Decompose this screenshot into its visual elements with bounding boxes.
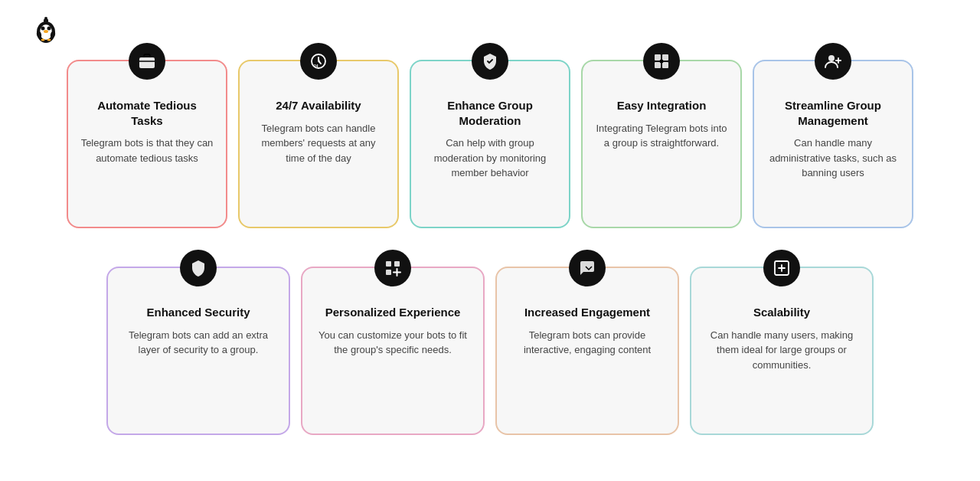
- desc-personalized: You can customize your bots to fit the g…: [315, 328, 471, 358]
- icon-streamline: [815, 43, 851, 80]
- title-security: Enhanced Security: [146, 305, 250, 320]
- card-integration: Easy IntegrationIntegrating Telegram bot…: [581, 60, 742, 228]
- card-automate: Automate Tedious TasksTelegram bots is t…: [67, 60, 227, 228]
- title-personalized: Personalized Experience: [325, 305, 461, 320]
- svg-rect-15: [655, 54, 661, 61]
- icon-engagement: [569, 250, 606, 286]
- page: Automate Tedious TasksTelegram bots is t…: [0, 0, 980, 481]
- desc-moderation: Can help with group moderation by monito…: [423, 136, 557, 181]
- svg-rect-24: [394, 261, 400, 267]
- card-personalized: Personalized ExperienceYou can customize…: [301, 267, 485, 435]
- title-automate: Automate Tedious Tasks: [80, 98, 214, 128]
- title-moderation: Enhance Group Moderation: [423, 98, 557, 128]
- icon-personalized: [374, 250, 411, 286]
- card-moderation: Enhance Group ModerationCan help with gr…: [410, 60, 570, 228]
- title-integration: Easy Integration: [617, 98, 707, 113]
- title-scalability: Scalability: [753, 305, 810, 320]
- icon-security: [180, 250, 217, 286]
- title-engagement: Increased Engagement: [524, 305, 650, 320]
- title-availability: 24/7 Availability: [276, 98, 361, 113]
- card-scalability: ScalabilityCan handle many users, making…: [690, 267, 874, 435]
- row2: Enhanced SecurityTelegram bots can add a…: [31, 267, 949, 435]
- icon-moderation: [472, 43, 508, 80]
- svg-rect-25: [386, 270, 391, 275]
- desc-integration: Integrating Telegram bots into a group i…: [595, 121, 728, 151]
- desc-engagement: Telegram bots can provide interactive, e…: [509, 328, 665, 358]
- desc-availability: Telegram bots can handle members' reques…: [252, 121, 385, 166]
- svg-point-19: [660, 60, 664, 64]
- svg-point-10: [44, 17, 47, 20]
- logo-icon: [31, 15, 61, 46]
- card-availability: 2424/7 AvailabilityTelegram bots can han…: [238, 60, 399, 228]
- svg-rect-18: [662, 62, 668, 68]
- svg-point-2: [41, 27, 45, 31]
- card-security: Enhanced SecurityTelegram bots can add a…: [106, 267, 290, 435]
- card-streamline: Streamline Group ManagementCan handle ma…: [753, 60, 913, 228]
- header: [31, 15, 949, 46]
- svg-point-7: [41, 39, 45, 41]
- svg-rect-11: [139, 57, 155, 68]
- svg-point-3: [47, 27, 51, 31]
- svg-point-8: [47, 39, 51, 41]
- svg-point-4: [44, 30, 48, 33]
- icon-scalability: [763, 250, 800, 286]
- icon-integration: [643, 43, 680, 80]
- desc-security: Telegram bots can add an extra layer of …: [120, 328, 276, 358]
- row1: Automate Tedious TasksTelegram bots is t…: [31, 60, 949, 228]
- svg-point-20: [828, 55, 835, 61]
- svg-rect-16: [662, 54, 668, 61]
- svg-rect-23: [386, 261, 391, 267]
- icon-availability: 24: [300, 43, 337, 80]
- desc-scalability: Can handle many users, making them ideal…: [704, 328, 860, 373]
- svg-text:24: 24: [314, 64, 318, 68]
- icon-automate: [129, 43, 165, 80]
- svg-rect-17: [655, 62, 661, 68]
- logo: [31, 15, 67, 46]
- desc-streamline: Can handle many administrative tasks, su…: [766, 136, 900, 181]
- card-engagement: Increased EngagementTelegram bots can pr…: [495, 267, 679, 435]
- desc-automate: Telegram bots is that they can automate …: [80, 136, 214, 165]
- title-streamline: Streamline Group Management: [766, 98, 900, 128]
